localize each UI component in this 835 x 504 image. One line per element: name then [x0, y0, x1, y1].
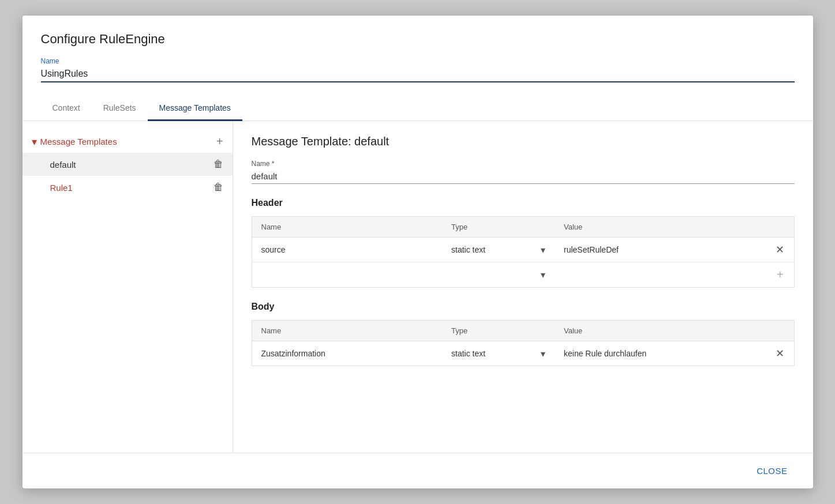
tabs-bar: Context RuleSets Message Templates	[23, 96, 813, 121]
header-row-source-type-select[interactable]: static text dynamic	[451, 245, 538, 254]
body-section-title: Body	[252, 302, 795, 312]
close-button[interactable]: Close	[750, 462, 794, 479]
header-section-title: Header	[252, 198, 795, 208]
configure-dialog: Configure RuleEngine Name Context RuleSe…	[23, 16, 813, 488]
sidebar-item-label-default: default	[50, 160, 209, 170]
body-row-zusatzinfo-type-select[interactable]: static text dynamic	[451, 349, 538, 358]
header-row-empty-action: +	[766, 262, 794, 288]
sidebar-item-rule1[interactable]: Rule1 🗑	[23, 176, 233, 199]
sidebar: ▾ Message Templates + default 🗑 Rule1 🗑	[23, 121, 233, 453]
dialog-body: ▾ Message Templates + default 🗑 Rule1 🗑 …	[23, 121, 813, 453]
header-row-empty-type: static text dynamic ▾	[442, 262, 555, 288]
header-row-source-action: ✕	[766, 238, 794, 262]
dialog-header: Configure RuleEngine Name	[23, 16, 813, 92]
name-input[interactable]	[41, 67, 795, 82]
select-arrow-icon: ▾	[541, 245, 545, 255]
template-name-input[interactable]	[252, 170, 795, 184]
body-col-value: Value	[555, 321, 766, 341]
header-col-value: Value	[555, 217, 766, 238]
header-row-source-type: static text dynamic ▾	[442, 238, 555, 262]
delete-zusatzinfo-button[interactable]: ✕	[776, 347, 784, 360]
sidebar-section-label: Message Templates	[40, 137, 117, 146]
tab-rulesets[interactable]: RuleSets	[92, 96, 148, 121]
delete-default-icon[interactable]: 🗑	[214, 159, 223, 170]
body-row-zusatzinfo-action: ✕	[766, 341, 794, 366]
sidebar-item-label-rule1: Rule1	[50, 183, 209, 193]
delete-source-button[interactable]: ✕	[776, 243, 784, 256]
body-col-type: Type	[442, 321, 555, 341]
body-col-action	[766, 321, 794, 341]
body-select-arrow-icon: ▾	[541, 348, 545, 359]
body-col-name: Name	[252, 321, 442, 341]
header-row-empty-name	[252, 262, 442, 288]
name-label: Name	[41, 57, 795, 65]
select-arrow-empty-icon: ▾	[541, 269, 545, 280]
header-row-source-name: source	[252, 238, 442, 262]
header-new-name-input[interactable]	[261, 270, 433, 280]
header-col-name: Name	[252, 217, 442, 238]
delete-rule1-icon[interactable]: 🗑	[214, 182, 223, 193]
header-col-action	[766, 217, 794, 238]
body-row-zusatzinfo: Zusatzinformation static text dynamic ▾ …	[252, 341, 794, 366]
body-row-zusatzinfo-name: Zusatzinformation	[252, 341, 442, 366]
template-title: Message Template: default	[252, 135, 795, 148]
main-panel: Message Template: default Name * Header …	[233, 121, 813, 453]
header-col-type: Type	[442, 217, 555, 238]
body-row-zusatzinfo-type: static text dynamic ▾	[442, 341, 555, 366]
header-table: Name Type Value source static text	[252, 216, 795, 288]
add-template-icon[interactable]: +	[216, 135, 223, 148]
chevron-down-icon: ▾	[32, 137, 37, 147]
dialog-footer: Close	[23, 453, 813, 488]
tab-context[interactable]: Context	[41, 96, 92, 121]
sidebar-item-default[interactable]: default 🗑	[23, 153, 233, 176]
header-row-source: source static text dynamic ▾ ruleSetRule…	[252, 238, 794, 262]
tab-message-templates[interactable]: Message Templates	[148, 96, 242, 121]
header-row-empty: static text dynamic ▾ +	[252, 262, 794, 288]
sidebar-section-header[interactable]: ▾ Message Templates +	[23, 130, 233, 153]
body-row-zusatzinfo-value: keine Rule durchlaufen	[555, 341, 766, 366]
body-table: Name Type Value Zusatzinformation static…	[252, 320, 795, 366]
header-row-source-value: ruleSetRuleDef	[555, 238, 766, 262]
dialog-title: Configure RuleEngine	[41, 32, 795, 47]
header-row-empty-value	[555, 262, 766, 288]
name-field-label: Name *	[252, 160, 795, 168]
header-row-empty-type-select[interactable]: static text dynamic	[451, 270, 538, 280]
add-header-row-button[interactable]: +	[777, 268, 784, 281]
